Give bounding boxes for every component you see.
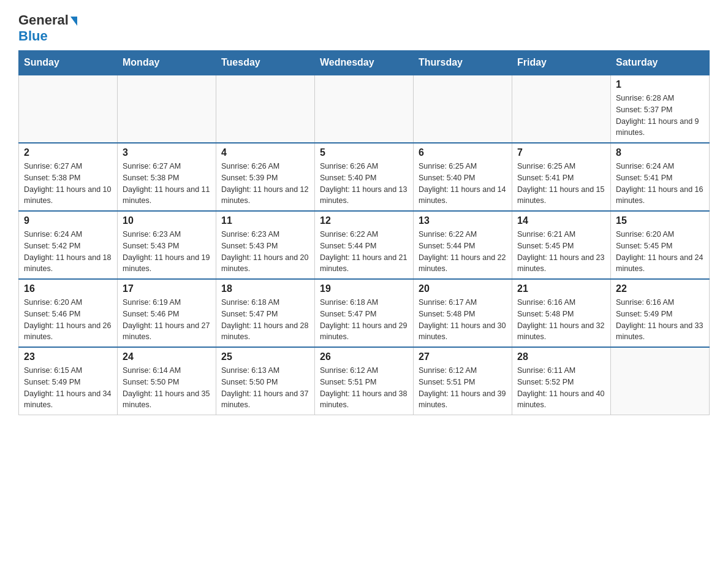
day-number: 2 [24, 147, 112, 158]
calendar-day-cell: 15Sunrise: 6:20 AMSunset: 5:45 PMDayligh… [611, 211, 710, 279]
calendar-day-cell: 11Sunrise: 6:23 AMSunset: 5:43 PMDayligh… [216, 211, 315, 279]
day-number: 11 [221, 215, 309, 226]
day-of-week-header: Friday [512, 51, 611, 75]
day-of-week-header: Saturday [611, 51, 710, 75]
calendar-day-cell [315, 75, 414, 143]
day-number: 7 [517, 147, 605, 158]
day-info-text: Sunrise: 6:22 AMSunset: 5:44 PMDaylight:… [320, 229, 408, 275]
day-number: 24 [123, 351, 211, 362]
day-info-text: Sunrise: 6:19 AMSunset: 5:46 PMDaylight:… [123, 297, 211, 343]
day-info-text: Sunrise: 6:27 AMSunset: 5:38 PMDaylight:… [123, 161, 211, 207]
calendar-day-cell: 22Sunrise: 6:16 AMSunset: 5:49 PMDayligh… [611, 279, 710, 347]
day-info-text: Sunrise: 6:25 AMSunset: 5:41 PMDaylight:… [517, 161, 605, 207]
day-number: 6 [419, 147, 507, 158]
calendar-day-cell: 4Sunrise: 6:26 AMSunset: 5:39 PMDaylight… [216, 143, 315, 211]
day-info-text: Sunrise: 6:23 AMSunset: 5:43 PMDaylight:… [221, 229, 309, 275]
day-number: 20 [419, 283, 507, 294]
day-info-text: Sunrise: 6:21 AMSunset: 5:45 PMDaylight:… [517, 229, 605, 275]
day-number: 8 [616, 147, 704, 158]
day-info-text: Sunrise: 6:20 AMSunset: 5:46 PMDaylight:… [24, 297, 112, 343]
day-info-text: Sunrise: 6:16 AMSunset: 5:48 PMDaylight:… [517, 297, 605, 343]
day-info-text: Sunrise: 6:24 AMSunset: 5:41 PMDaylight:… [616, 161, 704, 207]
day-info-text: Sunrise: 6:16 AMSunset: 5:49 PMDaylight:… [616, 297, 704, 343]
calendar-day-cell [19, 75, 118, 143]
calendar-day-cell [118, 75, 216, 143]
day-info-text: Sunrise: 6:15 AMSunset: 5:49 PMDaylight:… [24, 365, 112, 411]
calendar-day-cell: 20Sunrise: 6:17 AMSunset: 5:48 PMDayligh… [414, 279, 512, 347]
calendar-day-cell: 3Sunrise: 6:27 AMSunset: 5:38 PMDaylight… [118, 143, 216, 211]
day-info-text: Sunrise: 6:14 AMSunset: 5:50 PMDaylight:… [123, 365, 211, 411]
day-number: 5 [320, 147, 408, 158]
day-number: 14 [517, 215, 605, 226]
day-of-week-header: Thursday [414, 51, 512, 75]
day-number: 27 [419, 351, 507, 362]
calendar-day-cell [512, 75, 611, 143]
calendar-week-row: 2Sunrise: 6:27 AMSunset: 5:38 PMDaylight… [19, 143, 710, 211]
calendar-day-cell: 28Sunrise: 6:11 AMSunset: 5:52 PMDayligh… [512, 347, 611, 415]
calendar-day-cell: 14Sunrise: 6:21 AMSunset: 5:45 PMDayligh… [512, 211, 611, 279]
calendar-day-cell [414, 75, 512, 143]
day-of-week-header: Tuesday [216, 51, 315, 75]
calendar-day-cell: 24Sunrise: 6:14 AMSunset: 5:50 PMDayligh… [118, 347, 216, 415]
calendar-day-cell: 6Sunrise: 6:25 AMSunset: 5:40 PMDaylight… [414, 143, 512, 211]
day-info-text: Sunrise: 6:17 AMSunset: 5:48 PMDaylight:… [419, 297, 507, 343]
day-number: 3 [123, 147, 211, 158]
day-number: 26 [320, 351, 408, 362]
calendar-day-cell: 25Sunrise: 6:13 AMSunset: 5:50 PMDayligh… [216, 347, 315, 415]
day-number: 16 [24, 283, 112, 294]
calendar-day-cell: 21Sunrise: 6:16 AMSunset: 5:48 PMDayligh… [512, 279, 611, 347]
calendar-day-cell: 26Sunrise: 6:12 AMSunset: 5:51 PMDayligh… [315, 347, 414, 415]
calendar-day-cell [611, 347, 710, 415]
logo-arrow-icon [70, 17, 77, 26]
logo-blue-text: Blue [18, 28, 48, 44]
day-info-text: Sunrise: 6:24 AMSunset: 5:42 PMDaylight:… [24, 229, 112, 275]
calendar-day-cell: 27Sunrise: 6:12 AMSunset: 5:51 PMDayligh… [414, 347, 512, 415]
day-info-text: Sunrise: 6:23 AMSunset: 5:43 PMDaylight:… [123, 229, 211, 275]
day-info-text: Sunrise: 6:26 AMSunset: 5:40 PMDaylight:… [320, 161, 408, 207]
calendar-day-cell: 18Sunrise: 6:18 AMSunset: 5:47 PMDayligh… [216, 279, 315, 347]
day-info-text: Sunrise: 6:12 AMSunset: 5:51 PMDaylight:… [320, 365, 408, 411]
day-info-text: Sunrise: 6:20 AMSunset: 5:45 PMDaylight:… [616, 229, 704, 275]
day-number: 25 [221, 351, 309, 362]
day-info-text: Sunrise: 6:11 AMSunset: 5:52 PMDaylight:… [517, 365, 605, 411]
page-header: General Blue [18, 12, 710, 44]
day-info-text: Sunrise: 6:18 AMSunset: 5:47 PMDaylight:… [221, 297, 309, 343]
day-info-text: Sunrise: 6:13 AMSunset: 5:50 PMDaylight:… [221, 365, 309, 411]
day-number: 13 [419, 215, 507, 226]
calendar-week-row: 23Sunrise: 6:15 AMSunset: 5:49 PMDayligh… [19, 347, 710, 415]
calendar-day-cell: 1Sunrise: 6:28 AMSunset: 5:37 PMDaylight… [611, 75, 710, 143]
calendar-day-cell: 17Sunrise: 6:19 AMSunset: 5:46 PMDayligh… [118, 279, 216, 347]
day-number: 28 [517, 351, 605, 362]
day-of-week-header: Sunday [19, 51, 118, 75]
calendar-week-row: 1Sunrise: 6:28 AMSunset: 5:37 PMDaylight… [19, 75, 710, 143]
day-of-week-header: Wednesday [315, 51, 414, 75]
day-info-text: Sunrise: 6:28 AMSunset: 5:37 PMDaylight:… [616, 93, 704, 139]
logo-general-text: General [18, 12, 69, 28]
day-of-week-header: Monday [118, 51, 216, 75]
calendar-day-cell: 23Sunrise: 6:15 AMSunset: 5:49 PMDayligh… [19, 347, 118, 415]
calendar-day-cell: 12Sunrise: 6:22 AMSunset: 5:44 PMDayligh… [315, 211, 414, 279]
day-number: 18 [221, 283, 309, 294]
day-info-text: Sunrise: 6:25 AMSunset: 5:40 PMDaylight:… [419, 161, 507, 207]
calendar-week-row: 9Sunrise: 6:24 AMSunset: 5:42 PMDaylight… [19, 211, 710, 279]
calendar-day-cell: 16Sunrise: 6:20 AMSunset: 5:46 PMDayligh… [19, 279, 118, 347]
day-number: 15 [616, 215, 704, 226]
calendar-day-cell: 2Sunrise: 6:27 AMSunset: 5:38 PMDaylight… [19, 143, 118, 211]
calendar-header-row: SundayMondayTuesdayWednesdayThursdayFrid… [19, 51, 710, 75]
day-number: 23 [24, 351, 112, 362]
calendar-day-cell: 9Sunrise: 6:24 AMSunset: 5:42 PMDaylight… [19, 211, 118, 279]
day-number: 9 [24, 215, 112, 226]
calendar-table: SundayMondayTuesdayWednesdayThursdayFrid… [18, 50, 710, 415]
day-number: 22 [616, 283, 704, 294]
day-info-text: Sunrise: 6:26 AMSunset: 5:39 PMDaylight:… [221, 161, 309, 207]
calendar-week-row: 16Sunrise: 6:20 AMSunset: 5:46 PMDayligh… [19, 279, 710, 347]
day-number: 21 [517, 283, 605, 294]
day-number: 10 [123, 215, 211, 226]
day-info-text: Sunrise: 6:27 AMSunset: 5:38 PMDaylight:… [24, 161, 112, 207]
calendar-day-cell: 7Sunrise: 6:25 AMSunset: 5:41 PMDaylight… [512, 143, 611, 211]
day-number: 4 [221, 147, 309, 158]
day-number: 12 [320, 215, 408, 226]
day-number: 1 [616, 79, 704, 90]
calendar-day-cell: 10Sunrise: 6:23 AMSunset: 5:43 PMDayligh… [118, 211, 216, 279]
day-number: 19 [320, 283, 408, 294]
